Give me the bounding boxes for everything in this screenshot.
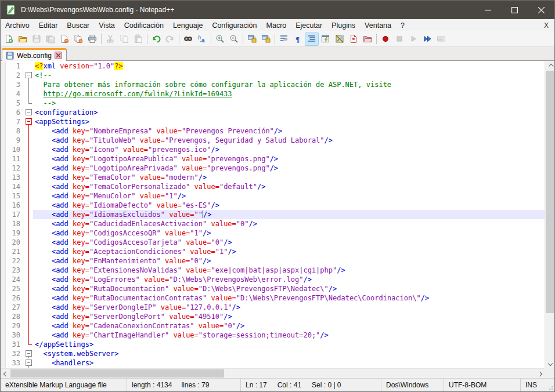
fold-margin[interactable] (24, 182, 33, 191)
code-line[interactable]: 21 <add key="AceptacionCondiciones" valu… (1, 247, 545, 256)
code-text[interactable]: <add key="ServerDonglePort" value="49510… (33, 312, 545, 321)
bookmark-margin[interactable] (1, 145, 6, 154)
bookmark-margin[interactable] (1, 117, 6, 126)
menu-item-ventana[interactable]: Ventana (360, 20, 396, 31)
line-number[interactable]: 4 (6, 89, 24, 99)
bookmark-margin[interactable] (1, 61, 6, 71)
line-number[interactable]: 1 (6, 61, 24, 71)
bookmark-margin[interactable] (1, 210, 6, 219)
line-number[interactable]: 11 (6, 154, 24, 164)
code-line[interactable]: 29 <add key="CadenaConexionContratas" va… (1, 321, 545, 331)
code-text[interactable]: <add key="CaducidadEnlacesActivacion" va… (33, 219, 545, 228)
menu-close-button[interactable]: X (538, 21, 554, 30)
bookmark-margin[interactable] (1, 238, 6, 247)
code-text[interactable]: <add key="CodigosAccesoQR" value="1"/> (33, 228, 545, 238)
code-text[interactable]: <system.webServer> (33, 349, 545, 358)
fold-margin[interactable] (24, 238, 33, 247)
code-line[interactable]: 9 <add key="TituloWeb" value="Prevengos,… (1, 136, 545, 145)
status-encoding[interactable]: UTF-8-BOM (444, 379, 521, 391)
word-wrap-icon[interactable] (277, 32, 291, 46)
fold-margin[interactable] (24, 99, 33, 108)
macro-record-icon[interactable] (379, 32, 392, 46)
open-icon[interactable] (16, 32, 30, 46)
paste-icon[interactable] (131, 32, 145, 46)
document-monitor-icon[interactable] (347, 32, 361, 46)
code-line[interactable]: 15 <add key="MenuColor" value="1"/> (1, 191, 545, 201)
fold-margin[interactable] (24, 275, 33, 284)
line-number[interactable]: 20 (6, 238, 24, 247)
fold-margin[interactable] (24, 210, 33, 219)
line-number[interactable]: 8 (6, 126, 24, 136)
bookmark-margin[interactable] (1, 256, 6, 266)
bookmark-margin[interactable] (1, 191, 6, 201)
code-line[interactable]: 17 <add key="IdiomasExcluidos" value=""/… (1, 210, 545, 219)
bookmark-margin[interactable] (1, 89, 6, 99)
code-line[interactable]: 8 <add key="NombreEmpresa" value="Preven… (1, 126, 545, 136)
line-number[interactable]: 15 (6, 191, 24, 201)
copy-icon[interactable] (117, 32, 131, 46)
bookmark-margin[interactable] (1, 80, 6, 89)
resize-grip[interactable] (544, 379, 554, 391)
code-text[interactable]: <add key="RutaDocumentacion" value="D:\W… (33, 284, 545, 293)
macro-play-icon[interactable] (406, 32, 420, 46)
line-number[interactable]: 24 (6, 275, 24, 284)
code-line[interactable]: 25 <add key="RutaDocumentacion" value="D… (1, 284, 545, 293)
code-text[interactable]: <add key="ServerDongleIP" value="127.0.0… (33, 303, 545, 312)
tab-web-config[interactable]: Web.config (2, 48, 67, 61)
horizontal-scrollbar[interactable] (1, 368, 545, 378)
fold-margin[interactable] (24, 256, 33, 266)
fold-margin[interactable] (24, 154, 33, 164)
menu-item-editar[interactable]: Editar (34, 20, 63, 31)
code-line[interactable]: 3 Para obtener más información sobre cóm… (1, 80, 545, 89)
close-file-icon[interactable] (57, 32, 71, 46)
fold-margin[interactable] (24, 117, 33, 126)
scroll-left-button[interactable] (1, 369, 10, 379)
code-line[interactable]: 14 <add key="TemaColorPersonalizado" val… (1, 182, 545, 191)
sync-horizontal-icon[interactable] (259, 32, 273, 46)
code-line[interactable]: 5 --> (1, 99, 545, 108)
vertical-scroll-thumb[interactable] (546, 71, 554, 313)
line-number[interactable]: 10 (6, 145, 24, 154)
fold-margin[interactable] (24, 173, 33, 182)
line-number[interactable]: 33 (6, 358, 24, 368)
code-editor[interactable]: 1<?xml version="1.0"?>2<!--3 Para obtene… (1, 61, 545, 368)
fold-margin[interactable] (24, 108, 33, 117)
bookmark-margin[interactable] (1, 228, 6, 238)
menu-item-configuracion[interactable]: Configuración (207, 20, 261, 31)
code-line[interactable]: 32 <system.webServer> (1, 349, 545, 358)
close-button[interactable] (528, 1, 554, 19)
line-number[interactable]: 27 (6, 303, 24, 312)
bookmark-margin[interactable] (1, 154, 6, 164)
code-text[interactable]: <add key="TemaColorPersonalizado" value=… (33, 182, 545, 191)
code-text[interactable]: <appSettings> (33, 117, 545, 126)
code-text[interactable]: http://go.microsoft.com/fwlink/?LinkId=1… (33, 89, 545, 99)
code-line[interactable]: 27 <add key="ServerDongleIP" value="127.… (1, 303, 545, 312)
bookmark-margin[interactable] (1, 321, 6, 331)
line-number[interactable]: 19 (6, 228, 24, 238)
bookmark-margin[interactable] (1, 164, 6, 173)
function-list-icon[interactable] (319, 32, 333, 46)
line-number[interactable]: 9 (6, 136, 24, 145)
code-text[interactable]: <add key="ExtensionesNoValidas" value="e… (33, 266, 545, 275)
fold-margin[interactable] (24, 331, 33, 340)
redo-icon[interactable] (163, 32, 177, 46)
code-text[interactable]: <add key="CadenaConexionContratas" value… (33, 321, 545, 331)
zoom-in-icon[interactable] (213, 32, 227, 46)
code-line[interactable]: 20 <add key="CodigosAccesoTarjeta" value… (1, 238, 545, 247)
fold-margin[interactable] (24, 219, 33, 228)
code-text[interactable]: <add key="IdiomaDefecto" value="es-ES"/> (33, 201, 545, 210)
code-text[interactable]: <add key="EnMantenimiento" value="0"/> (33, 256, 545, 266)
code-text[interactable]: </appSettings> (33, 340, 545, 349)
scroll-down-button[interactable] (545, 358, 555, 368)
fold-margin[interactable] (24, 71, 33, 80)
menu-item-plugins[interactable]: Plugins (327, 20, 360, 31)
maximize-button[interactable] (501, 1, 528, 19)
bookmark-margin[interactable] (1, 182, 6, 191)
code-text[interactable]: <add key="ChartImageHandler" value="stor… (33, 331, 545, 340)
line-number[interactable]: 7 (6, 117, 24, 126)
horizontal-scroll-thumb[interactable] (10, 369, 224, 378)
line-number[interactable]: 23 (6, 266, 24, 275)
fold-margin[interactable] (24, 266, 33, 275)
line-number[interactable]: 26 (6, 293, 24, 303)
status-eol-format[interactable]: Dos\Windows (381, 379, 444, 391)
